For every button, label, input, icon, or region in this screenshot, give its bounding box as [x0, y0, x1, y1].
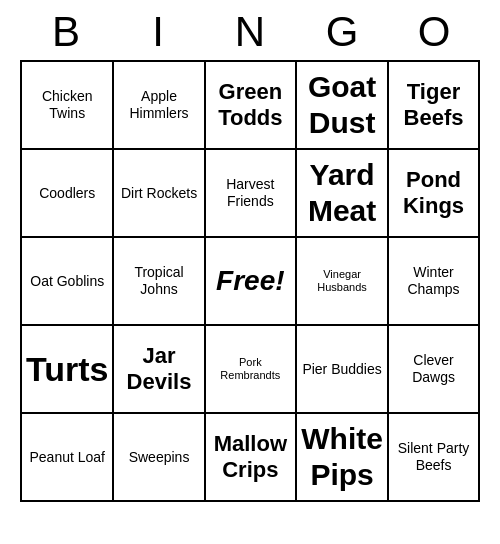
cell-r3-c2: Pork Rembrandts [205, 325, 297, 413]
cell-r2-c1: Tropical Johns [113, 237, 204, 325]
cell-r4-c3: White Pips [296, 413, 388, 501]
cell-r0-c1: Apple Himmlers [113, 61, 204, 149]
cell-r1-c3: Yard Meat [296, 149, 388, 237]
cell-r1-c4: Pond Kings [388, 149, 479, 237]
cell-r4-c2: Mallow Crips [205, 413, 297, 501]
cell-r2-c2: Free! [205, 237, 297, 325]
bingo-grid: Chicken TwinsApple HimmlersGreen ToddsGo… [20, 60, 480, 502]
cell-r4-c0: Peanut Loaf [21, 413, 113, 501]
cell-r4-c1: Sweepins [113, 413, 204, 501]
cell-r3-c3: Pier Buddies [296, 325, 388, 413]
letter-i: I [118, 8, 198, 56]
cell-r2-c3: Vinegar Husbands [296, 237, 388, 325]
cell-r1-c2: Harvest Friends [205, 149, 297, 237]
cell-r0-c0: Chicken Twins [21, 61, 113, 149]
cell-r3-c4: Clever Dawgs [388, 325, 479, 413]
cell-r0-c2: Green Todds [205, 61, 297, 149]
cell-r2-c0: Oat Goblins [21, 237, 113, 325]
letter-b: B [26, 8, 106, 56]
cell-r2-c4: Winter Champs [388, 237, 479, 325]
letter-o: O [394, 8, 474, 56]
cell-r1-c0: Coodlers [21, 149, 113, 237]
letter-g: G [302, 8, 382, 56]
cell-r4-c4: Silent Party Beefs [388, 413, 479, 501]
cell-r0-c4: Tiger Beefs [388, 61, 479, 149]
cell-r1-c1: Dirt Rockets [113, 149, 204, 237]
cell-r0-c3: Goat Dust [296, 61, 388, 149]
letter-n: N [210, 8, 290, 56]
cell-r3-c1: Jar Devils [113, 325, 204, 413]
bingo-title: B I N G O [20, 0, 480, 60]
cell-r3-c0: Turts [21, 325, 113, 413]
